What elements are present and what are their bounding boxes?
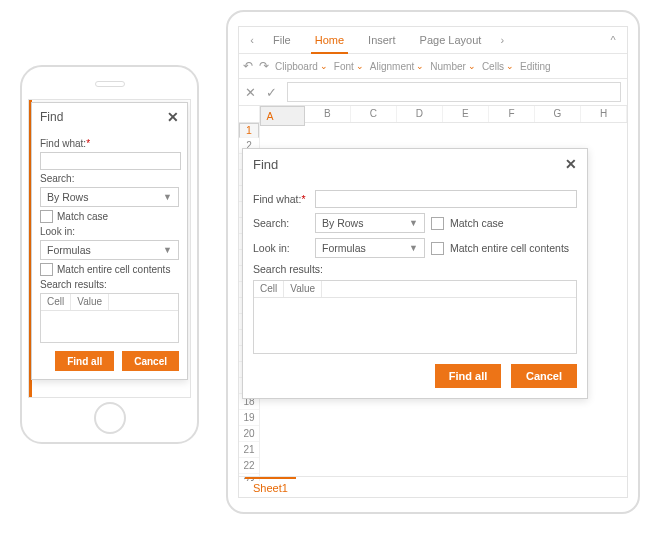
col-header[interactable]: C (351, 106, 397, 122)
grid-area[interactable]: 1234567891011121314151617181920212223242… (239, 123, 627, 481)
chevron-down-icon: ⌄ (416, 61, 424, 71)
search-results-box: Cell Value (40, 293, 179, 343)
find-all-button[interactable]: Find all (55, 351, 114, 371)
find-what-input[interactable] (315, 190, 577, 208)
phone-home-button[interactable] (94, 402, 126, 434)
tablet-frame: ‹ File Home Insert Page Layout › ^ ↶ ↷ C… (226, 10, 640, 514)
chevron-down-icon: ⌄ (468, 61, 476, 71)
row-header[interactable]: 20 (239, 426, 259, 442)
phone-screen: Find ✕ Find what:* Search: By Rows ▼ (28, 99, 191, 398)
match-case-label: Match case (450, 217, 504, 229)
sheet-tabs: Sheet1 (239, 476, 627, 497)
find-what-input[interactable] (40, 152, 181, 170)
formula-input[interactable] (287, 82, 621, 102)
col-header[interactable]: D (397, 106, 443, 122)
tool-alignment[interactable]: Alignment⌄ (370, 61, 424, 72)
ribbon-toolbar: ↶ ↷ Clipboard⌄ Font⌄ Alignment⌄ Number⌄ … (239, 54, 627, 79)
row-header[interactable]: 19 (239, 410, 259, 426)
search-results-box: Cell Value (253, 280, 577, 354)
match-case-label: Match case (57, 211, 108, 222)
undo-icon[interactable]: ↶ (243, 59, 253, 73)
row-header[interactable]: 22 (239, 458, 259, 474)
find-dialog-tablet: Find ✕ Find what:* Search: By Rows ▼ (242, 148, 588, 399)
chevron-down-icon: ▼ (163, 192, 172, 202)
find-all-button[interactable]: Find all (435, 364, 501, 388)
lookin-value: Formulas (322, 242, 366, 254)
tabs-prev-icon[interactable]: ‹ (243, 34, 261, 46)
results-col-cell: Cell (41, 294, 71, 310)
tool-number[interactable]: Number⌄ (430, 61, 476, 72)
dialog-title: Find (40, 110, 63, 124)
col-header[interactable]: F (489, 106, 535, 122)
search-value: By Rows (322, 217, 363, 229)
match-entire-checkbox[interactable] (40, 263, 53, 276)
search-label: Search: (40, 173, 74, 184)
redo-icon[interactable]: ↷ (259, 59, 269, 73)
tab-page-layout[interactable]: Page Layout (408, 27, 494, 53)
chevron-down-icon: ⌄ (356, 61, 364, 71)
tabs-next-icon[interactable]: › (493, 34, 511, 46)
find-what-label: Find what:* (253, 193, 309, 205)
cancel-button[interactable]: Cancel (511, 364, 577, 388)
results-col-value: Value (71, 294, 109, 310)
results-col-value: Value (284, 281, 322, 297)
tab-home[interactable]: Home (303, 27, 356, 53)
row-header[interactable]: 1 (239, 123, 259, 138)
search-dropdown[interactable]: By Rows ▼ (315, 213, 425, 233)
formula-cancel-icon[interactable]: ✕ (245, 85, 256, 100)
col-header[interactable]: H (581, 106, 627, 122)
tool-editing[interactable]: Editing (520, 61, 551, 72)
search-dropdown[interactable]: By Rows ▼ (40, 187, 179, 207)
col-header[interactable]: G (535, 106, 581, 122)
search-results-label: Search results: (253, 263, 323, 275)
match-case-checkbox[interactable] (40, 210, 53, 223)
search-label: Search: (253, 217, 309, 229)
tab-file[interactable]: File (261, 27, 303, 53)
close-icon[interactable]: ✕ (565, 156, 577, 172)
phone-speaker (95, 81, 125, 87)
lookin-label: Look in: (253, 242, 309, 254)
search-value: By Rows (47, 191, 88, 203)
cancel-button[interactable]: Cancel (122, 351, 179, 371)
search-results-label: Search results: (40, 279, 107, 290)
col-header[interactable]: B (305, 106, 351, 122)
sheet-tab[interactable]: Sheet1 (245, 477, 296, 497)
results-col-cell: Cell (254, 281, 284, 297)
match-entire-checkbox[interactable] (431, 242, 444, 255)
chevron-down-icon: ⌄ (320, 61, 328, 71)
close-icon[interactable]: ✕ (167, 109, 179, 125)
lookin-dropdown[interactable]: Formulas ▼ (315, 238, 425, 258)
find-dialog-phone: Find ✕ Find what:* Search: By Rows ▼ (31, 102, 188, 380)
find-what-label: Find what:* (40, 138, 90, 149)
tool-clipboard[interactable]: Clipboard⌄ (275, 61, 328, 72)
tool-cells[interactable]: Cells⌄ (482, 61, 514, 72)
lookin-label: Look in: (40, 226, 75, 237)
row-header[interactable]: 21 (239, 442, 259, 458)
formula-bar: ✕ ✓ (239, 79, 627, 106)
column-headers: A B C D E F G H (239, 106, 627, 123)
ribbon-collapse-icon[interactable]: ^ (603, 34, 623, 46)
lookin-dropdown[interactable]: Formulas ▼ (40, 240, 179, 260)
formula-accept-icon[interactable]: ✓ (266, 85, 277, 100)
chevron-down-icon: ▼ (163, 245, 172, 255)
chevron-down-icon: ▼ (409, 243, 418, 253)
phone-frame: Find ✕ Find what:* Search: By Rows ▼ (20, 65, 199, 444)
lookin-value: Formulas (47, 244, 91, 256)
match-entire-label: Match entire cell contents (450, 242, 569, 254)
tab-insert[interactable]: Insert (356, 27, 408, 53)
dialog-title: Find (253, 157, 278, 172)
match-case-checkbox[interactable] (431, 217, 444, 230)
chevron-down-icon: ▼ (409, 218, 418, 228)
ribbon-tabs: ‹ File Home Insert Page Layout › ^ (239, 27, 627, 54)
match-entire-label: Match entire cell contents (57, 264, 170, 275)
tool-font[interactable]: Font⌄ (334, 61, 364, 72)
tablet-screen: ‹ File Home Insert Page Layout › ^ ↶ ↷ C… (238, 26, 628, 498)
chevron-down-icon: ⌄ (506, 61, 514, 71)
col-header[interactable]: E (443, 106, 489, 122)
